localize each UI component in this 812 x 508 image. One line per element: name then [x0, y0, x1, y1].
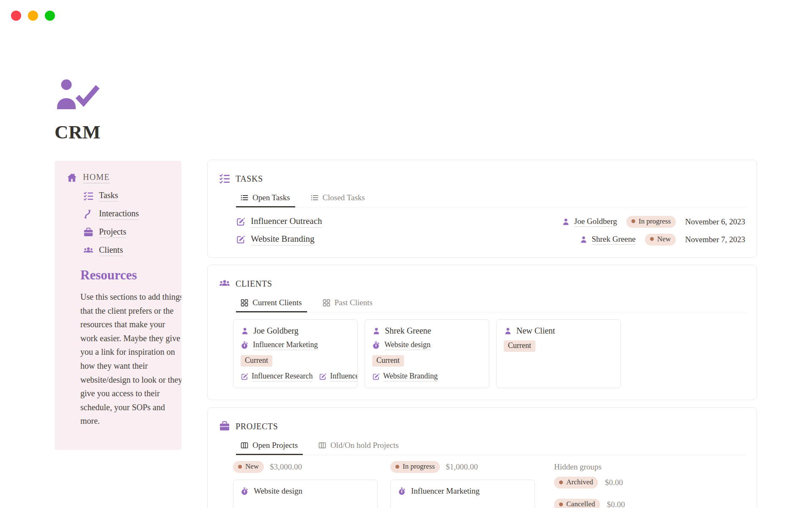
- tasks-header: TASKS: [219, 173, 745, 184]
- gallery-icon: [322, 298, 331, 307]
- tab-open-projects[interactable]: Open Projects: [236, 439, 303, 455]
- group-amount: $1,000.00: [446, 462, 478, 472]
- task-list: Influencer Outreach Joe Goldberg In prog…: [236, 215, 745, 246]
- client-card[interactable]: New Client Current: [496, 319, 621, 388]
- sidebar-item-label: Projects: [99, 227, 126, 238]
- compose-icon: [236, 217, 245, 226]
- hidden-group-row[interactable]: Cancelled $0.00: [554, 499, 745, 508]
- group-amount: $0.00: [607, 500, 625, 508]
- project-name: Influencer Marketing: [411, 486, 480, 496]
- home-icon: [66, 172, 77, 183]
- task-link[interactable]: Website Branding: [251, 234, 315, 246]
- client-name: New Client: [516, 326, 555, 336]
- resources-heading: Resources: [80, 268, 170, 283]
- assignee-link[interactable]: Joe Goldberg: [574, 217, 617, 227]
- stopwatch-icon: [398, 487, 406, 495]
- sidebar-item-interactions[interactable]: Interactions: [83, 208, 170, 221]
- group-amount: $3,000.00: [270, 462, 302, 472]
- tasks-tabs: Open Tasks Closed Tasks: [236, 191, 746, 207]
- people-icon: [83, 246, 93, 256]
- list-icon: [240, 193, 249, 202]
- briefcase-icon: [219, 421, 230, 432]
- sidebar-item-projects[interactable]: Projects: [83, 226, 170, 239]
- tasks-section: TASKS Open Tasks Closed Tasks Influencer…: [207, 160, 757, 258]
- tab-old-on-hold-projects[interactable]: Old/On hold Projects: [314, 439, 404, 455]
- project-card[interactable]: Website design: [233, 480, 378, 508]
- status-label: New: [657, 235, 671, 243]
- group-status-badge: New: [233, 461, 264, 473]
- table-row: Influencer Outreach Joe Goldberg In prog…: [236, 215, 745, 229]
- checklist-icon: [83, 191, 93, 201]
- minimize-button[interactable]: [28, 11, 38, 21]
- hidden-group-row[interactable]: Archived $0.00: [554, 477, 745, 489]
- tab-label: Open Tasks: [252, 193, 290, 202]
- status-badge: Current: [241, 355, 272, 367]
- people-icon: [219, 278, 230, 289]
- sidebar-item-label: HOME: [83, 172, 110, 183]
- table-row: Website Branding Shrek Greene New Novemb…: [236, 232, 745, 246]
- client-card[interactable]: Joe Goldberg Influencer Marketing Curren…: [233, 319, 358, 388]
- clients-tabs: Current Clients Past Clients: [236, 296, 746, 312]
- status-badge: New: [645, 234, 676, 246]
- tab-label: Closed Tasks: [323, 193, 365, 202]
- window-controls: [11, 11, 55, 21]
- tab-past-clients[interactable]: Past Clients: [318, 296, 378, 312]
- project-link[interactable]: Influencer Marketing: [253, 340, 318, 350]
- sidebar-item-tasks[interactable]: Tasks: [83, 190, 170, 202]
- sidebar: HOME Tasks Interactions Projects Clients…: [55, 161, 181, 450]
- assignee: Shrek Greene: [579, 235, 636, 245]
- page-title: CRM: [55, 121, 101, 143]
- status-badge: Current: [372, 355, 404, 367]
- task-link[interactable]: Website Branding: [383, 372, 438, 381]
- tab-current-clients[interactable]: Current Clients: [236, 296, 307, 312]
- tab-label: Open Projects: [252, 441, 298, 450]
- client-card[interactable]: Shrek Greene Website design Current Webs…: [365, 319, 489, 388]
- client-tasks: Influencer Research Influencer Outreach: [241, 372, 357, 381]
- status-label: In progress: [639, 217, 671, 226]
- status-badge: In progress: [626, 216, 676, 228]
- person-icon: [562, 218, 570, 226]
- compose-icon: [372, 373, 380, 381]
- status-dot: [559, 502, 563, 506]
- status-label: Archived: [566, 478, 593, 486]
- status-label: Cancelled: [566, 500, 595, 508]
- sidebar-item-home[interactable]: HOME: [66, 171, 170, 184]
- project-card[interactable]: Influencer Marketing: [390, 480, 535, 508]
- status-dot: [631, 219, 635, 223]
- clients-header: CLIENTS: [219, 278, 745, 289]
- compose-icon: [236, 235, 245, 244]
- board-column-new: New $3,000.00 Website design: [233, 461, 381, 508]
- zoom-button[interactable]: [45, 11, 55, 21]
- tab-label: Past Clients: [335, 298, 373, 307]
- task-link[interactable]: Influencer Outreach: [330, 372, 357, 381]
- tab-closed-tasks[interactable]: Closed Tasks: [306, 191, 370, 207]
- status-label: New: [245, 462, 259, 471]
- group-amount: $0.00: [605, 478, 623, 487]
- client-name: Shrek Greene: [385, 326, 431, 336]
- compose-icon: [241, 373, 248, 381]
- section-title: CLIENTS: [236, 279, 272, 289]
- tab-label: Old/On hold Projects: [330, 441, 399, 450]
- project-name: Website design: [254, 486, 302, 496]
- project-board: New $3,000.00 Website design In progress…: [233, 461, 745, 508]
- section-title: PROJECTS: [236, 422, 278, 431]
- task-link[interactable]: Influencer Outreach: [251, 216, 322, 228]
- interactions-icon: [83, 209, 93, 219]
- tab-open-tasks[interactable]: Open Tasks: [236, 191, 295, 207]
- board-column-in-progress: In progress $1,000.00 Influencer Marketi…: [390, 461, 538, 508]
- assignee-link[interactable]: Shrek Greene: [592, 235, 636, 245]
- project-link[interactable]: Website design: [384, 340, 431, 350]
- clients-section: CLIENTS Current Clients Past Clients Joe…: [207, 265, 757, 400]
- due-date: November 6, 2023: [685, 217, 745, 226]
- group-status-badge: Cancelled: [554, 499, 600, 508]
- status-dot: [238, 465, 242, 469]
- sidebar-item-clients[interactable]: Clients: [83, 244, 170, 257]
- close-button[interactable]: [11, 11, 21, 21]
- group-status-badge: Archived: [554, 477, 598, 489]
- task-link[interactable]: Influencer Research: [252, 372, 313, 381]
- board-icon: [240, 441, 249, 450]
- assignee: Joe Goldberg: [562, 217, 617, 227]
- board-icon: [318, 441, 326, 450]
- projects-section: PROJECTS Open Projects Old/On hold Proje…: [207, 407, 757, 508]
- stopwatch-icon: [241, 487, 249, 495]
